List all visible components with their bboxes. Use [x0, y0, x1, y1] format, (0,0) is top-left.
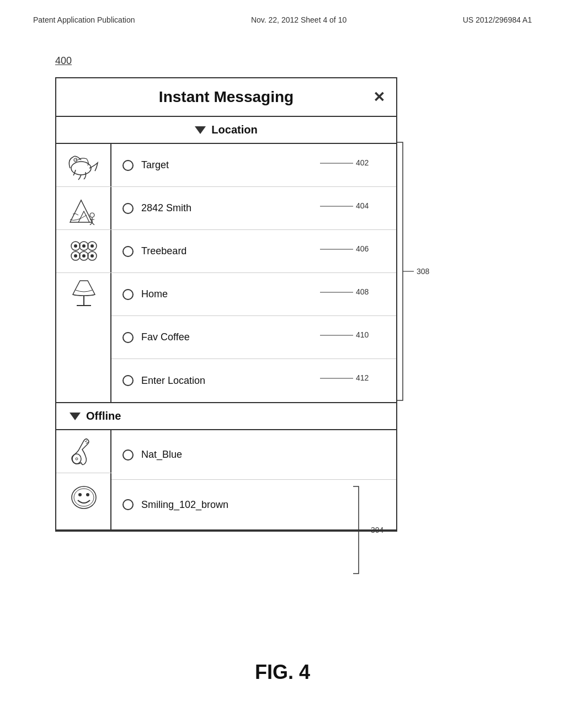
- svg-point-17: [76, 458, 78, 460]
- location-name-target: Target: [141, 159, 385, 171]
- avatar-guitar-icon: [65, 435, 103, 468]
- location-name-favcoffee: Fav Coffee: [141, 331, 385, 343]
- avatar-smiley-icon: [65, 478, 103, 511]
- offline-list: Nat_Blue Smiling_102_brown: [111, 430, 396, 529]
- avatars-column: [56, 144, 111, 402]
- page-header: Patent Application Publication Nov. 22, …: [33, 15, 532, 24]
- svg-point-9: [90, 244, 94, 248]
- window-title-bar: Instant Messaging ✕: [56, 78, 396, 117]
- avatar-guitar: [56, 430, 111, 473]
- radio-favcoffee[interactable]: [122, 332, 134, 343]
- avatar-1: [56, 144, 111, 187]
- location-item-target[interactable]: Target: [111, 144, 396, 187]
- avatar-3: [56, 230, 111, 273]
- location-name-smith: 2842 Smith: [141, 202, 385, 214]
- radio-enterlocation[interactable]: [122, 375, 134, 386]
- radio-target[interactable]: [122, 160, 134, 171]
- location-item-treebeard[interactable]: Treebeard: [111, 230, 396, 273]
- offline-triangle-icon: [70, 413, 81, 420]
- offline-section: Nat_Blue Smiling_102_brown: [56, 430, 396, 531]
- radio-home[interactable]: [122, 289, 134, 300]
- close-button[interactable]: ✕: [373, 89, 385, 106]
- offline-item-smiling[interactable]: Smiling_102_brown: [111, 480, 396, 529]
- svg-point-5: [74, 244, 77, 248]
- avatar-smiley: [56, 473, 111, 516]
- svg-point-19: [74, 489, 94, 506]
- location-section: Target 2842 Smith Treebeard Home Fav Cof…: [56, 144, 396, 403]
- svg-point-21: [86, 493, 89, 496]
- svg-text:308: 308: [417, 267, 430, 276]
- radio-smith[interactable]: [122, 203, 134, 214]
- window-title: Instant Messaging: [159, 88, 294, 106]
- location-header-label: Location: [211, 124, 257, 136]
- svg-point-3: [90, 213, 94, 217]
- header-right: US 2012/296984 A1: [463, 15, 532, 24]
- location-name-home: Home: [141, 288, 385, 300]
- radio-treebeard[interactable]: [122, 246, 134, 257]
- figure-caption: FIG. 4: [255, 661, 310, 684]
- svg-point-7: [82, 244, 86, 248]
- header-left: Patent Application Publication: [33, 15, 135, 24]
- header-middle: Nov. 22, 2012 Sheet 4 of 10: [251, 15, 347, 24]
- svg-point-20: [78, 493, 82, 496]
- location-item-favcoffee[interactable]: Fav Coffee: [111, 316, 396, 359]
- ui-window: Instant Messaging ✕ Location: [55, 77, 397, 532]
- svg-point-18: [72, 486, 96, 508]
- svg-point-16: [72, 454, 81, 464]
- svg-point-11: [74, 254, 77, 258]
- avatar-4: [56, 273, 111, 316]
- svg-point-13: [82, 254, 86, 258]
- location-triangle-icon: [195, 126, 206, 134]
- offline-section-header: Offline: [56, 403, 396, 430]
- location-item-home[interactable]: Home: [111, 273, 396, 316]
- radio-natblue[interactable]: [122, 449, 134, 461]
- offline-name-natblue: Nat_Blue: [141, 449, 385, 461]
- location-item-smith[interactable]: 2842 Smith: [111, 187, 396, 230]
- offline-avatars-column: [56, 430, 111, 529]
- svg-point-2: [76, 159, 77, 160]
- avatar-3-icon: [65, 235, 103, 268]
- location-section-header: Location: [56, 117, 396, 144]
- radio-smiling[interactable]: [122, 499, 134, 510]
- svg-point-15: [90, 254, 94, 258]
- avatar-4-icon: [65, 278, 103, 311]
- figure-label-400: 400: [55, 55, 72, 67]
- location-name-enterlocation: Enter Location: [141, 375, 385, 387]
- avatar-2-icon: [65, 192, 103, 225]
- avatar-1-icon: [65, 149, 103, 182]
- offline-item-natblue[interactable]: Nat_Blue: [111, 430, 396, 480]
- offline-header-label: Offline: [86, 410, 121, 422]
- location-name-treebeard: Treebeard: [141, 245, 385, 257]
- avatar-2: [56, 187, 111, 230]
- location-list: Target 2842 Smith Treebeard Home Fav Cof…: [111, 144, 396, 402]
- offline-name-smiling: Smiling_102_brown: [141, 499, 385, 511]
- location-item-enterlocation[interactable]: Enter Location: [111, 359, 396, 402]
